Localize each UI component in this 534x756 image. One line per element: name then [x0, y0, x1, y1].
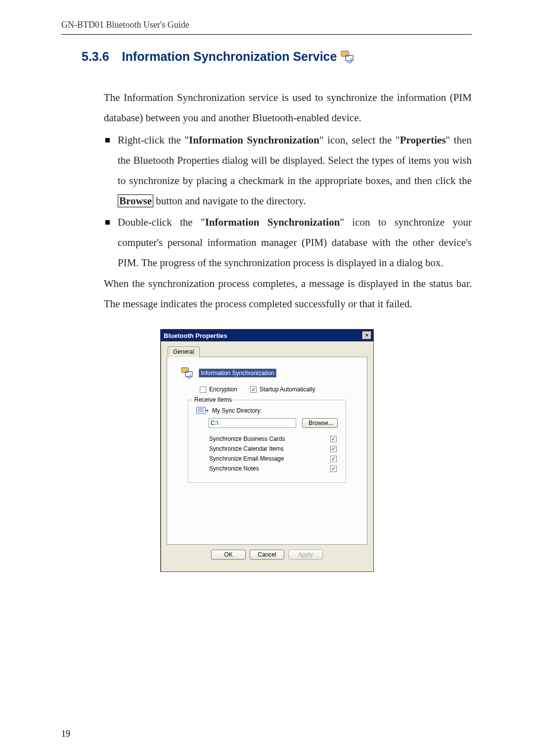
sync-row-label: Synchronize Email Message — [209, 455, 284, 462]
apply-button: Apply — [288, 550, 323, 560]
sync-directory-input[interactable] — [208, 418, 296, 428]
encryption-label: Encryption — [209, 386, 237, 393]
body-text: The Information Synchronization service … — [104, 88, 472, 314]
receive-items-legend: Receive Items — [192, 396, 234, 403]
info-sync-icon — [181, 367, 195, 379]
bullet-2: Double-click the "Information Synchroniz… — [104, 212, 472, 273]
checkbox-checked-icon — [250, 386, 257, 393]
dialog-title: Bluetooth Properties — [164, 332, 227, 339]
browse-inline-button: Browse — [118, 194, 153, 207]
sync-business-cards-checkbox[interactable] — [330, 436, 337, 442]
section-title: Information Synchronization Service — [122, 49, 337, 64]
section-heading: 5.3.6 Information Synchronization Servic… — [82, 49, 534, 64]
ok-button[interactable]: OK — [211, 550, 246, 560]
page-number: 19 — [61, 729, 70, 739]
document-header: GN-BTD01 Bluetooth User's Guide — [61, 20, 534, 30]
sync-row-calendar: Synchronize Calendar Items — [208, 444, 338, 454]
checkbox-checked-icon — [330, 466, 337, 472]
cancel-button[interactable]: Cancel — [250, 550, 284, 560]
service-name-field[interactable]: Information Synchronization — [199, 369, 276, 378]
dialog-titlebar: Bluetooth Properties × — [161, 330, 373, 341]
checkbox-checked-icon — [330, 446, 337, 452]
sync-row-notes: Synchronize Notes — [208, 464, 338, 473]
sync-email-checkbox[interactable] — [330, 456, 337, 462]
receive-folder-icon — [196, 406, 209, 415]
checkbox-checked-icon — [330, 436, 337, 442]
sync-row-label: Synchronize Calendar Items — [209, 445, 284, 452]
checkbox-checked-icon — [330, 456, 337, 462]
sync-row-label: Synchronize Business Cards — [209, 435, 285, 442]
sync-row-email: Synchronize Email Message — [208, 454, 338, 464]
tab-general[interactable]: General — [168, 346, 200, 357]
encryption-checkbox[interactable]: Encryption — [200, 386, 237, 393]
section-number: 5.3.6 — [82, 49, 109, 64]
closing-paragraph: When the synchronization process complet… — [91, 274, 472, 314]
checkbox-unchecked-icon — [200, 386, 206, 393]
receive-items-group: Receive Items My Sync Directory: — [188, 400, 346, 483]
dialog-screenshot: Bluetooth Properties × General — [160, 329, 374, 572]
close-icon[interactable]: × — [362, 331, 371, 339]
sync-notes-checkbox[interactable] — [330, 466, 337, 472]
startup-auto-checkbox[interactable]: Startup Automatically — [250, 386, 315, 393]
sync-row-label: Synchronize Notes — [209, 465, 259, 472]
sync-row-business-cards: Synchronize Business Cards — [208, 434, 338, 444]
my-sync-dir-label: My Sync Directory: — [212, 407, 262, 414]
startup-auto-label: Startup Automatically — [260, 386, 315, 393]
bullet-1: Right-click the "Information Synchroniza… — [104, 130, 472, 211]
bluetooth-properties-dialog: Bluetooth Properties × General — [160, 329, 374, 572]
browse-button[interactable]: Browse... — [302, 418, 338, 428]
tab-panel-general: Information Synchronization Encryption S… — [167, 357, 367, 545]
intro-paragraph: The Information Synchronization service … — [104, 88, 472, 128]
header-divider — [61, 34, 472, 35]
sync-calendar-checkbox[interactable] — [330, 446, 337, 452]
info-sync-icon — [341, 50, 356, 63]
